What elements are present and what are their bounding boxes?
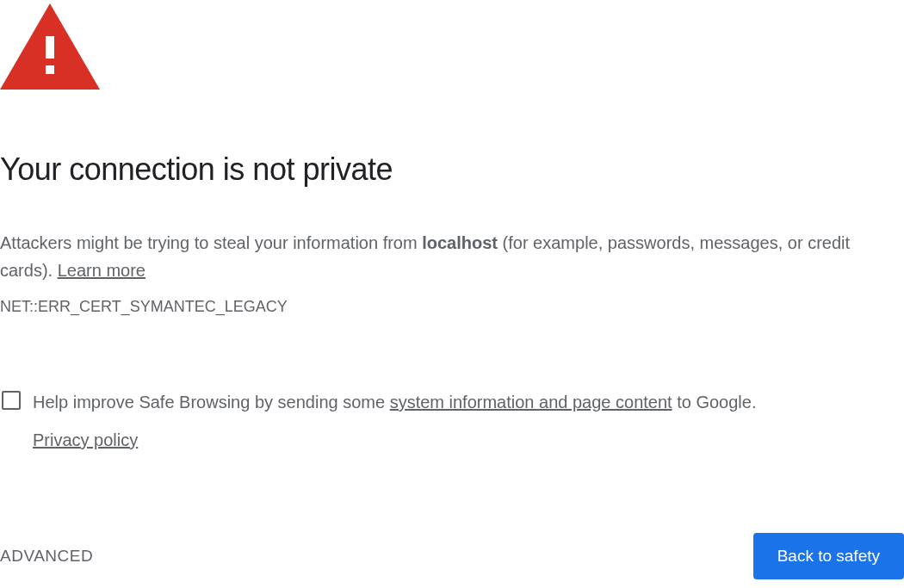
- opt-in-section: Help improve Safe Browsing by sending so…: [2, 388, 897, 454]
- svg-rect-1: [46, 36, 54, 59]
- learn-more-link[interactable]: Learn more: [58, 261, 146, 280]
- description-prefix: Attackers might be trying to steal your …: [0, 233, 422, 252]
- opt-in-checkbox[interactable]: [2, 391, 21, 410]
- warning-description: Attackers might be trying to steal your …: [0, 229, 861, 284]
- back-to-safety-button[interactable]: Back to safety: [753, 533, 904, 579]
- privacy-policy-link[interactable]: Privacy policy: [33, 426, 138, 454]
- system-info-link[interactable]: system information and page content: [390, 393, 672, 412]
- opt-in-text: Help improve Safe Browsing by sending so…: [33, 388, 756, 454]
- hostname: localhost: [422, 233, 498, 252]
- advanced-button[interactable]: ADVANCED: [0, 547, 93, 566]
- opt-in-prefix: Help improve Safe Browsing by sending so…: [33, 393, 390, 412]
- button-row: ADVANCED Back to safety: [0, 533, 904, 579]
- page-heading: Your connection is not private: [0, 152, 904, 188]
- error-code: NET::ERR_CERT_SYMANTEC_LEGACY: [0, 298, 904, 316]
- opt-in-suffix: to Google.: [672, 393, 757, 412]
- warning-triangle-icon: [0, 3, 904, 90]
- svg-rect-2: [46, 65, 54, 74]
